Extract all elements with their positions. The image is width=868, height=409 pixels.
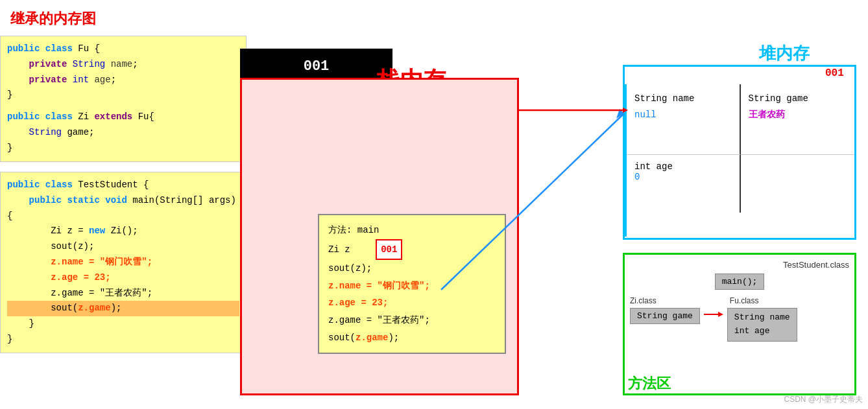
main-box-wrapper: main(); [630,272,849,291]
cb-line-2: public static void main(String[] args) { [7,193,239,224]
heap-cell-empty [741,155,855,213]
zi-section: Zi.class String game [630,296,700,325]
heap-grid: String name null String game 王者农药 int ag… [625,84,854,237]
cb-line-7: z.game = "王者农药"; [7,286,239,301]
method-inner: TestStudent.class main(); Zi.class Strin… [625,255,854,351]
stack-line5: sout(z.game); [328,329,496,347]
heap-age-label: int age [634,161,732,172]
heap-cell-age: int age 0 [627,155,741,213]
code-line-5: public class Zi extends Fu{ [7,110,239,125]
heap-name-val: null [634,107,732,123]
zi-label: Zi.class [630,296,657,305]
stack-line3: z.age = 23; [328,294,496,312]
cb-line-1: public class TestStudent { [7,178,239,193]
zi-fu-row: Zi.class String game Fu.class String nam… [630,296,849,343]
heap-cell-game: String game 王者农药 [741,84,855,155]
cb-line-9: } [7,316,239,332]
heap-addr-badge: 001 [825,67,844,79]
code-line-1: public class Fu { [7,41,239,57]
method-area-label: 方法区 [628,374,671,393]
page-title: 继承的内存图 [10,9,96,29]
heap-memory-label: 堆内存 [759,42,810,65]
stack-method-box: 方法: main Zi z 001 sout(z); z.name = "钢门吹… [318,214,506,354]
stack-line4: z.game = "王者农药"; [328,312,496,329]
cb-line-6: z.age = 23; [7,270,239,286]
fu-fields-box: String name int age [727,308,797,342]
stack-var: Zi z 001 [328,239,496,261]
heap-game-label: String game [749,91,847,107]
code-line-4: } [7,88,239,103]
watermark: CSDN @小墨子史蒂夫 [784,394,863,405]
heap-name-label: String name [634,91,732,107]
zi-game-box: String game [630,308,700,324]
heap-age-val: 0 [634,172,732,182]
fu-label: Fu.class [730,296,759,305]
stack-line1: sout(z); [328,260,496,277]
cb-line-10: } [7,332,239,347]
fu-section: Fu.class String name int age [727,296,797,343]
code-line-7: } [7,141,239,156]
stack-line2: z.name = "钢门吹雪"; [328,277,496,295]
code-line-3: private int age; [7,73,239,88]
teststudent-label: TestStudent.class [630,260,849,270]
code-panel-top: public class Fu { private String name; p… [0,36,247,162]
heap-game-val: 王者农药 [749,107,847,123]
code-line-6: String game; [7,125,239,141]
code-panel-bottom: public class TestStudent { public static… [0,172,247,353]
stack-method-title: 方法: main [328,222,496,239]
cb-line-3: Zi z = new Zi(); [7,224,239,239]
arrow-icon [704,308,723,321]
svg-marker-1 [718,312,723,317]
main-method-box: main(); [715,274,765,290]
cb-line-4: sout(z); [7,239,239,255]
arrow-right [704,296,723,321]
code-line-2: private String name; [7,57,239,73]
cb-line-8: sout(z.game); [7,301,239,316]
cb-line-5: z.name = "钢门吹雪"; [7,255,239,270]
heap-cell-name: String name null [627,84,741,155]
